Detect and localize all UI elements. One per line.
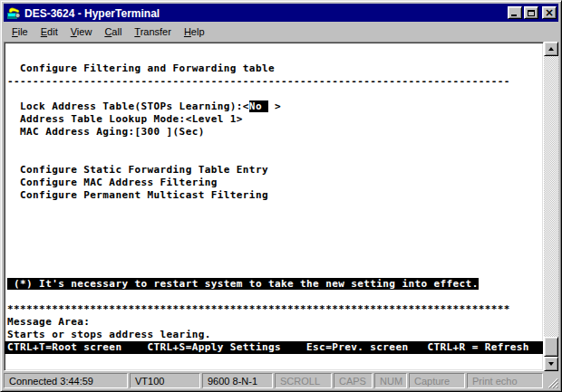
scrollbar-thumb[interactable] <box>544 337 558 357</box>
terminal-line <box>7 139 540 151</box>
terminal-text: MAC Address Aging:[300 ](Sec) <box>7 126 205 138</box>
status-capture: Capture <box>409 373 465 388</box>
terminal-text: Configure Filtering and Forwarding table <box>7 62 275 74</box>
terminal-line: ****************************************… <box>7 303 540 316</box>
terminal-text: Configure Permanent Multicast Filtering <box>7 189 268 201</box>
terminal-line: Address Table Lookup Mode:<Level 1> <box>7 113 540 126</box>
terminal-line <box>7 88 540 100</box>
terminal-text: Starts or stops address learing. <box>7 329 211 340</box>
terminal-text: ****************************************… <box>7 303 510 315</box>
terminal-text: Message Area: <box>7 316 90 328</box>
scroll-up-button[interactable] <box>544 42 558 56</box>
status-bar: Connected 3:44:59 VT100 9600 8-N-1 SCROL… <box>4 371 558 388</box>
terminal-text: Lock Address Table(STOPs Learning):< <box>7 100 249 112</box>
menu-bar: File Edit View Call Transfer Help <box>4 22 558 42</box>
vertical-scrollbar[interactable] <box>544 42 558 371</box>
inverted-terminal-text: No <box>249 100 268 112</box>
terminal-line <box>7 215 540 227</box>
terminal-screen[interactable]: Configure Filtering and Forwarding table… <box>5 43 543 354</box>
terminal-line <box>7 253 540 265</box>
terminal-text: Configure Static Forwarding Table Entry <box>7 164 268 176</box>
terminal-line: Lock Address Table(STOPs Learning):<No > <box>7 100 540 113</box>
terminal-line <box>7 50 540 62</box>
menu-edit[interactable]: Edit <box>34 24 64 41</box>
resize-grip[interactable] <box>545 373 558 388</box>
resize-grip-icon <box>547 377 558 388</box>
terminal-line <box>7 227 540 240</box>
hyperterminal-phone-icon[interactable] <box>6 5 21 20</box>
terminal-line <box>7 291 540 303</box>
terminal-line: Configure Permanent Multicast Filtering <box>7 189 540 202</box>
terminal-line: Starts or stops address learing. <box>7 329 540 341</box>
title-bar[interactable]: DES-3624 - HyperTerminal × <box>4 4 558 22</box>
window-controls: × <box>508 6 557 19</box>
minimize-icon <box>511 14 517 16</box>
status-caps-lock: CAPS <box>334 373 373 388</box>
terminal-line <box>7 151 540 164</box>
terminal-text: Address Table Lookup Mode:<Level 1> <box>7 113 243 125</box>
terminal-line <box>7 265 540 278</box>
terminal-line <box>7 202 540 215</box>
terminal-text: Configure MAC Address Filtering <box>7 177 218 188</box>
terminal-line <box>7 240 540 253</box>
status-emulation: VT100 <box>130 373 200 388</box>
menu-transfer[interactable]: Transfer <box>128 24 178 41</box>
menu-view[interactable]: View <box>64 24 99 41</box>
terminal-area: Configure Filtering and Forwarding table… <box>4 42 558 371</box>
maximize-icon <box>528 10 535 16</box>
menu-call[interactable]: Call <box>98 24 128 41</box>
terminal-view[interactable]: Configure Filtering and Forwarding table… <box>4 42 544 371</box>
terminal-line: ----------------------------------------… <box>7 75 540 88</box>
terminal-line: Configure Filtering and Forwarding table <box>7 62 540 75</box>
terminal-line: Configure Static Forwarding Table Entry <box>7 164 540 177</box>
terminal-line: Message Area: <box>7 316 540 329</box>
chevron-down-icon <box>548 362 554 366</box>
minimize-button[interactable] <box>508 6 522 19</box>
terminal-text: ----------------------------------------… <box>7 75 510 87</box>
hyperterminal-window: DES-3624 - HyperTerminal × File Edit Vie… <box>0 0 562 392</box>
terminal-line: MAC Address Aging:[300 ](Sec) <box>7 126 540 139</box>
status-scroll-lock: SCROLL <box>275 373 332 388</box>
status-baud-settings: 9600 8-N-1 <box>202 373 273 388</box>
status-num-lock: NUM <box>374 373 407 388</box>
terminal-line: CTRL+T=Root screen CTRL+S=Apply Settings… <box>5 341 543 354</box>
menu-help[interactable]: Help <box>178 24 211 41</box>
terminal-line: Configure MAC Address Filtering <box>7 177 540 189</box>
terminal-text: > <box>268 100 281 112</box>
status-print-echo: Print echo <box>467 373 543 388</box>
close-icon: × <box>545 8 554 17</box>
scroll-down-button[interactable] <box>544 357 558 371</box>
window-title: DES-3624 - HyperTerminal <box>24 6 504 20</box>
close-button[interactable]: × <box>542 6 557 19</box>
inverted-terminal-text: (*) It's necessary to restart system to … <box>7 278 479 290</box>
terminal-text: CTRL+T=Root screen CTRL+S=Apply Settings… <box>7 341 529 353</box>
status-connection: Connected 3:44:59 <box>4 373 128 388</box>
menu-file[interactable]: File <box>5 24 34 41</box>
maximize-button[interactable] <box>524 6 538 19</box>
terminal-line: (*) It's necessary to restart system to … <box>7 278 540 291</box>
chevron-up-icon <box>548 47 554 51</box>
